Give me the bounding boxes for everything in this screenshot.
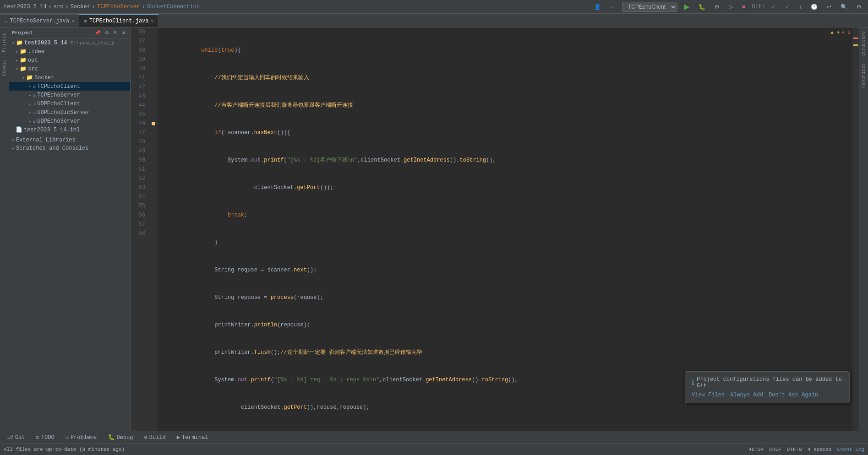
ln-42: 42 (134, 82, 145, 92)
profile-run-button[interactable]: ▷ (726, 3, 736, 11)
always-add-link[interactable]: Always Add (730, 392, 763, 398)
git-push-button[interactable]: ↑ (796, 3, 804, 11)
line-numbers: 36 37 38 39 40 41 42 43 44 45 46 47 48 4… (131, 27, 149, 431)
tree-item-out[interactable]: ▸ 📁 out (9, 56, 130, 65)
code-line-44: String requse = scanner.next(); (162, 265, 849, 275)
ln-36: 36 (134, 27, 145, 37)
tab-tcpclient[interactable]: m TCPEchoClient.java ✕ (79, 14, 158, 27)
tree-tcpechoclient-label: TCPEchoClient (37, 83, 80, 90)
code-content[interactable]: while(true){ //我们约定当输入回车的时候结束输入 //当客户端断开… (158, 27, 852, 431)
ln-49: 49 (134, 146, 145, 156)
favorites-label[interactable]: Favorites (860, 60, 867, 92)
run-button[interactable]: ▶ (681, 1, 692, 12)
git-history-button[interactable]: 🕐 (808, 3, 820, 11)
tree-item-udpechoclient[interactable]: ▸ ☕ UDPEchoClient (9, 99, 130, 108)
git-revert-button[interactable]: ↩ (824, 3, 834, 11)
notification-text: Project configurations files can be adde… (697, 376, 843, 389)
pkg-icon-udpechoserver: ☕ (33, 118, 36, 125)
tab-tcpclient-close[interactable]: ✕ (151, 18, 154, 24)
tab-problems[interactable]: ⚠ Problems (60, 433, 102, 442)
gutter-54 (149, 192, 158, 201)
tree-project-root[interactable]: ▾ 📁 test2023_5_14 E:\java_c_test_g (9, 38, 130, 47)
breadcrumb-src[interactable]: src (54, 4, 64, 10)
sidebar-expand-button[interactable]: ⇱ (112, 29, 119, 36)
ln-52: 52 (134, 174, 145, 183)
git-label: Git: (752, 4, 765, 10)
git-check2-button[interactable]: ✓ (782, 3, 792, 11)
structure-label[interactable]: Structure (860, 27, 867, 60)
tree-item-iml[interactable]: 📄 test2023_5_14.iml (9, 125, 130, 134)
code-area: ▲ 4 ✕ 3 36 37 38 39 40 41 42 43 44 45 46… (131, 27, 859, 431)
line-endings[interactable]: CRLF (769, 447, 781, 452)
error-badge: ✕ 3 (841, 29, 851, 35)
todo-tab-icon: ☑ (36, 434, 39, 441)
profile-button[interactable]: 👤 (591, 3, 604, 11)
ln-54: 54 (134, 192, 145, 201)
warning-marker-1 (853, 44, 858, 46)
sidebar-pin-button[interactable]: 📌 (93, 29, 102, 36)
commit-stripe-label[interactable]: Commit (1, 56, 8, 80)
tree-item-scratches[interactable]: ▸ Scratches and Consoles (9, 144, 130, 152)
encoding[interactable]: UTF-8 (787, 447, 802, 452)
tab-terminal[interactable]: ▶ Terminal (172, 433, 213, 442)
breadcrumb-socket[interactable]: Socket (71, 4, 90, 10)
debug-button[interactable]: 🐛 (696, 3, 708, 11)
tab-todo[interactable]: ☑ TODO (31, 433, 60, 442)
code-line-49: clientSocket.getPort(),requse,repouse); (162, 403, 849, 412)
tree-item-src[interactable]: ▾ 📁 src (9, 65, 130, 73)
breadcrumb-project[interactable]: test2023_5_14 (4, 4, 47, 10)
tree-item-external[interactable]: ▸ External Libraries (9, 136, 130, 144)
gutter-58 (149, 229, 158, 238)
breadcrumb-socketconn[interactable]: SocketConnection (147, 4, 200, 10)
project-stripe-label[interactable]: Project (1, 29, 8, 56)
tree-item-udpechodicserver[interactable]: ▸ ☕ UDPEchoDicServer (9, 108, 130, 117)
tab-debug[interactable]: 🐛 Debug (103, 433, 138, 442)
tree-item-tcpechoclient[interactable]: ▾ ☕ TCPEchoClient (9, 82, 130, 91)
ln-37: 37 (134, 37, 145, 46)
sidebar-close-button[interactable]: ✕ (120, 29, 127, 36)
stop-button[interactable]: ■ (739, 3, 748, 11)
ln-41: 41 (134, 73, 145, 82)
gutter-40 (149, 64, 158, 73)
search-button[interactable]: 🔍 (838, 3, 850, 11)
tree-item-idea[interactable]: ▸ 📁 .idea (9, 47, 130, 56)
tree-udpechodicserver-label: UDPEchoDicServer (37, 109, 90, 116)
warning-count: ▲ 4 ✕ 3 (830, 29, 851, 35)
gutter-52 (149, 174, 158, 183)
dont-ask-link[interactable]: Don't Ask Again (769, 392, 818, 398)
back-button[interactable]: ← (607, 3, 618, 11)
code-line-42: break; (162, 211, 849, 220)
code-line-39: if(!scanner.hasNext()){ (162, 128, 849, 137)
sidebar-gear-button[interactable]: ⚙ (103, 29, 111, 36)
event-log[interactable]: Event Log (837, 447, 864, 452)
breadcrumb-tcpserver[interactable]: TCPEchoServer (97, 4, 140, 10)
settings-button[interactable]: ⚙ (854, 3, 864, 11)
ln-50: 50 (134, 156, 145, 165)
tab-tcpserver-close[interactable]: ✕ (71, 18, 74, 24)
tab-tcpserver[interactable]: ☕ TCPEchoServer.java ✕ (0, 14, 79, 27)
tab-tcpserver-label: TCPEchoServer.java (10, 18, 70, 24)
bottom-tabs: ⎇ Git ☑ TODO ⚠ Problems 🐛 Debug ⚙ Build … (0, 431, 868, 444)
code-editor[interactable]: 36 37 38 39 40 41 42 43 44 45 46 47 48 4… (131, 27, 859, 431)
gutter-36 (149, 27, 158, 37)
coverage-button[interactable]: ⚙ (712, 3, 722, 11)
code-line-45: String repouse = process(requse); (162, 293, 849, 302)
run-config-dropdown[interactable]: TCPEchoClient (622, 2, 677, 12)
tab-build[interactable]: ⚙ Build (139, 433, 171, 442)
pkg-icon-udpechoclient: ☕ (33, 100, 36, 107)
git-check-button[interactable]: ✓ (769, 3, 779, 11)
cursor-position[interactable]: 46:34 (748, 447, 764, 452)
arrow-icon-out: ▸ (16, 58, 18, 63)
code-line-38: //当客户端断开连接后我们服务器也要跟客户端断开连接 (162, 101, 849, 110)
tree-item-tcpechoserver[interactable]: ▸ ☕ TCPEchoServer (9, 91, 130, 99)
indent[interactable]: 4 spaces (808, 447, 832, 452)
tree-item-udpechoserver[interactable]: ▸ ☕ UDPEchoServer (9, 117, 130, 125)
arrow-icon-udpechodicserver: ▸ (28, 110, 31, 115)
ln-51: 51 (134, 165, 145, 174)
warning-badge: ▲ 4 (830, 30, 840, 35)
tab-git[interactable]: ⎇ Git (2, 433, 30, 442)
ln-44: 44 (134, 101, 145, 110)
gutter (149, 27, 158, 431)
view-files-link[interactable]: View Files (692, 392, 725, 398)
tree-item-socket[interactable]: ▾ 📁 Socket (9, 73, 130, 82)
